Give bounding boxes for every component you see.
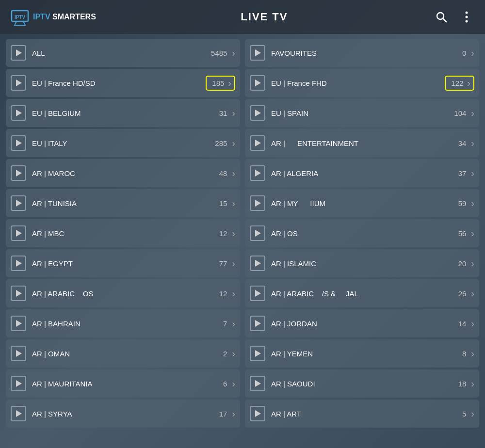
channel-row-right-5[interactable]: AR | MY IIUM59› [245, 189, 479, 217]
channel-row-left-8[interactable]: AR | ARABIC OS12› [6, 279, 240, 307]
channel-count: 26 [452, 289, 466, 298]
channel-play-icon [11, 316, 26, 331]
logo-area: IPTV IPTV SMARTERS [10, 7, 96, 27]
svg-point-7 [465, 12, 468, 14]
channel-count: 122 [449, 79, 463, 87]
channel-row-left-6[interactable]: AR | MBC12› [6, 219, 240, 247]
channel-count-wrapper: 5485› [211, 48, 235, 59]
play-triangle [16, 380, 22, 387]
app-container: IPTV IPTV SMARTERS LIVE TV [0, 0, 485, 448]
channel-row-left-11[interactable]: AR | MAURITANIA6› [6, 369, 240, 398]
channel-row-left-3[interactable]: EU | ITALY285› [6, 129, 240, 157]
logo-text: IPTV SMARTERS [33, 13, 96, 21]
channel-count: 17 [212, 410, 227, 418]
chevron-icon: › [471, 138, 474, 149]
channel-row-right-11[interactable]: AR | SAOUDI18› [245, 369, 479, 398]
channel-row-left-5[interactable]: AR | TUNISIA15› [6, 189, 240, 217]
channel-row-left-7[interactable]: AR | EGYPT77› [6, 249, 240, 277]
channel-count-wrapper: 17› [212, 408, 235, 419]
play-triangle [16, 350, 22, 357]
channel-play-icon [11, 135, 26, 151]
play-triangle [255, 380, 261, 387]
channel-count: 104 [452, 109, 466, 117]
chevron-icon: › [232, 378, 235, 389]
chevron-icon: › [471, 288, 474, 299]
left-column: ALL5485›EU | France HD/SD185›EU | BELGIU… [6, 39, 240, 443]
channel-row-right-1[interactable]: EU | France FHD122› [245, 69, 479, 97]
channel-count-wrapper: 59› [452, 198, 474, 209]
channel-count-wrapper: 8› [452, 348, 474, 359]
play-triangle [16, 230, 22, 237]
play-triangle [16, 290, 22, 297]
channel-count: 6 [212, 380, 227, 388]
channel-row-left-12[interactable]: AR | SYRYA17› [6, 400, 240, 428]
channel-row-left-4[interactable]: AR | MAROC48› [6, 159, 240, 187]
chevron-icon: › [471, 108, 474, 119]
channel-play-icon [250, 376, 265, 391]
content-area: ALL5485›EU | France HD/SD185›EU | BELGIU… [0, 34, 485, 448]
channel-count: 7 [212, 320, 227, 328]
play-triangle [255, 49, 261, 56]
channel-row-right-3[interactable]: AR | ENTERTAINMENT34› [245, 129, 479, 157]
channel-play-icon [250, 165, 265, 181]
channel-row-right-4[interactable]: AR | ALGERIA37› [245, 159, 479, 187]
channel-name: EU | BELGIUM [32, 109, 212, 117]
channel-name: AR | ARABIC /S & JAL [271, 289, 452, 298]
chevron-icon: › [471, 408, 474, 419]
channel-name: AR | SAOUDI [271, 380, 452, 388]
logo-icon: IPTV [10, 7, 30, 27]
channel-count: 56 [452, 229, 466, 238]
chevron-icon: › [232, 48, 235, 59]
channel-count-wrapper: 18› [452, 378, 474, 389]
channel-row-right-12[interactable]: AR | ART5› [245, 400, 479, 428]
play-triangle [16, 260, 22, 267]
channel-count-wrapper: 285› [212, 138, 235, 149]
chevron-icon: › [232, 258, 235, 269]
channel-count-wrapper: 12› [212, 288, 235, 299]
chevron-icon: › [467, 78, 470, 89]
channel-count: 8 [452, 350, 466, 358]
channel-count-wrapper: 122› [445, 76, 474, 91]
channel-play-icon [250, 45, 265, 61]
channel-row-left-0[interactable]: ALL5485› [6, 39, 240, 67]
chevron-icon: › [471, 318, 474, 329]
channel-row-right-7[interactable]: AR | ISLAMIC20› [245, 249, 479, 277]
chevron-icon: › [471, 258, 474, 269]
highlighted-count-box: 122› [445, 76, 474, 91]
channel-count: 34 [452, 139, 466, 147]
channel-row-left-2[interactable]: EU | BELGIUM31› [6, 99, 240, 127]
channel-play-icon [11, 256, 26, 271]
channel-count: 15 [212, 199, 227, 208]
channel-row-right-9[interactable]: AR | JORDAN14› [245, 309, 479, 337]
channel-count: 14 [452, 320, 466, 328]
chevron-icon: › [232, 348, 235, 359]
channel-count-wrapper: 31› [212, 108, 235, 119]
channel-count-wrapper: 48› [212, 168, 235, 179]
channel-play-icon [11, 45, 26, 61]
channel-row-right-0[interactable]: FAVOURITES0› [245, 39, 479, 67]
play-triangle [16, 320, 22, 327]
more-button[interactable] [458, 8, 475, 26]
channel-play-icon [250, 256, 265, 271]
channel-row-left-9[interactable]: AR | BAHRAIN7› [6, 309, 240, 337]
channel-row-right-2[interactable]: EU | SPAIN104› [245, 99, 479, 127]
play-triangle [16, 170, 22, 176]
logo-smarters: SMARTERS [52, 13, 96, 21]
channel-row-left-10[interactable]: AR | OMAN2› [6, 339, 240, 368]
channel-play-icon [250, 135, 265, 151]
more-icon [465, 11, 468, 23]
search-button[interactable] [433, 8, 450, 26]
channel-count-wrapper: 6› [212, 378, 235, 389]
channel-row-right-6[interactable]: AR | OS 56› [245, 219, 479, 247]
play-triangle [255, 110, 261, 116]
channel-name: FAVOURITES [271, 49, 452, 57]
channel-row-right-8[interactable]: AR | ARABIC /S & JAL26› [245, 279, 479, 307]
channel-count-wrapper: 2› [212, 348, 235, 359]
channel-name: AR | ALGERIA [271, 169, 452, 177]
channel-name: EU | SPAIN [271, 109, 452, 117]
channel-play-icon [11, 195, 26, 211]
channel-row-right-10[interactable]: AR | YEMEN8› [245, 339, 479, 368]
channel-count-wrapper: 15› [212, 198, 235, 209]
channel-row-left-1[interactable]: EU | France HD/SD185› [6, 69, 240, 97]
chevron-icon: › [471, 198, 474, 209]
